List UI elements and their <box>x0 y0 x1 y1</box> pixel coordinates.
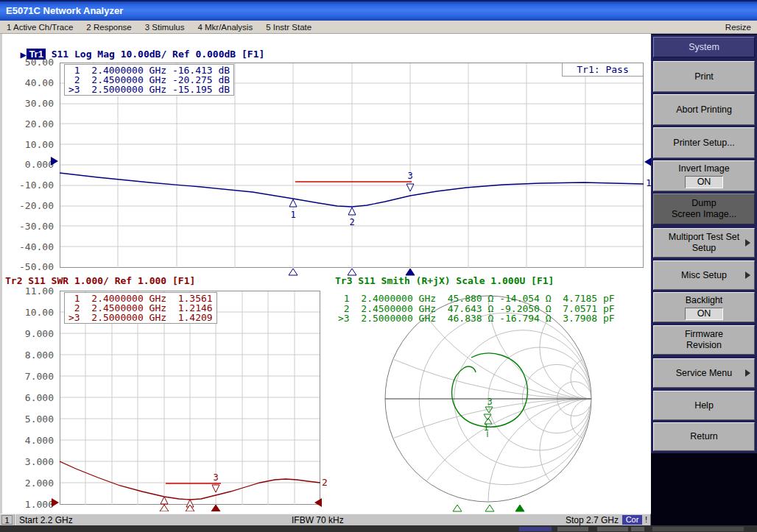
statusbar-separator <box>14 514 15 526</box>
tr1-y-tick: -10.00 <box>4 175 54 196</box>
tr2-y-tick: 4.000 <box>4 430 54 451</box>
menu-item-active-ch-trace[interactable]: 1 Active Ch/Trace <box>0 23 80 32</box>
strip-segment <box>597 527 628 531</box>
softkey-backlight[interactable]: Backlight ON <box>653 292 755 322</box>
statusbar-correction-badge: Cor <box>622 515 642 525</box>
softkey-misc-setup[interactable]: Misc Setup <box>653 260 755 290</box>
tr2-y-tick: 5.000 <box>4 408 54 430</box>
tr2-y-tick: 11.00 <box>4 280 54 302</box>
window-titlebar: E5071C Network Analyzer <box>0 0 757 21</box>
tr2-y-tick: 9.000 <box>4 323 54 344</box>
tr1-limit-status: Tr1: Pass <box>562 63 643 77</box>
statusbar-stop-frequency: Stop 2.7 GHz <box>566 515 619 525</box>
tr2-y-tick: 3.000 <box>4 451 54 472</box>
menubar: 1 Active Ch/Trace 2 Response 3 Stimulus … <box>0 21 757 34</box>
softkey-print[interactable]: Print <box>653 61 755 92</box>
tr2-y-tick: 6.000 <box>4 387 54 408</box>
tr3-marker-table: 1 2.4000000 GHz 45.880 Ω -14.054 Ω 4.718… <box>338 294 615 324</box>
softkey-invert-image[interactable]: Invert Image ON <box>653 160 755 191</box>
tr1-ref-level-marker-icon <box>51 157 58 166</box>
menu-item-resize[interactable]: Resize <box>725 23 751 32</box>
tr1-y-tick: 30.00 <box>4 93 54 114</box>
tr3-marker-row: >3 2.5000000 GHz 46.838 Ω -16.794 Ω 3.79… <box>338 313 615 324</box>
softkey-service-menu[interactable]: Service Menu <box>653 358 755 388</box>
tr3-marker-row: 2 2.4500000 GHz 47.643 Ω -9.2050 Ω 7.057… <box>338 304 615 314</box>
tr3-smith-chart: 3 1 <box>374 294 607 514</box>
softkey-firmware-revision[interactable]: Firmware Revision <box>653 325 755 355</box>
tr1-y-tick: 10.00 <box>4 134 54 155</box>
tr2-y-tick: 10.00 <box>4 302 54 323</box>
tr1-header-label: S11 Log Mag 10.00dB/ Ref 0.000dB [F1] <box>52 49 265 60</box>
tr2-y-axis-labels: 11.0010.009.0008.0007.0006.0005.0004.000… <box>4 280 54 515</box>
tr2-y-tick: 1.000 <box>4 494 54 515</box>
tr1-marker-table: 1 2.4000000 GHz -16.413 dB 2 2.4500000 G… <box>64 64 234 96</box>
tr1-y-tick: 20.00 <box>4 113 54 134</box>
softkey-dump-screen-image[interactable]: Dump Screen Image... <box>653 194 755 224</box>
strip-segment <box>557 527 588 531</box>
instrument-status-strip <box>0 525 757 532</box>
submenu-arrow-icon <box>745 239 750 247</box>
strip-segment <box>519 527 552 531</box>
tr2-marker3-label: 3 <box>213 472 218 483</box>
softkey-misc-setup-label: Misc Setup <box>681 270 727 281</box>
softkey-service-menu-label: Service Menu <box>676 368 732 379</box>
submenu-arrow-icon <box>745 272 750 279</box>
menu-item-instr-state[interactable]: 5 Instr State <box>259 23 318 32</box>
tr1-y-tick: 50.00 <box>4 52 54 73</box>
tr2-trace-number: 2 <box>322 477 328 488</box>
tr2-y-tick: 2.000 <box>4 472 54 494</box>
tr3-header[interactable]: Tr3 S11 Smith (R+jX) Scale 1.000U [F1] <box>335 275 554 286</box>
window-title: E5071C Network Analyzer <box>6 5 123 16</box>
tr1-y-tick: -40.00 <box>4 236 54 257</box>
tr1-y-axis-labels: 50.0040.0030.0020.0010.000.000-10.00-20.… <box>4 52 54 277</box>
tr2-ref-level-marker-right-icon <box>314 498 322 507</box>
statusbar: 1 Start 2.2 GHz IFBW 70 kHz Stop 2.7 GHz… <box>0 514 651 525</box>
softkey-system[interactable]: System <box>653 37 755 57</box>
tr2-plot: 3 <box>60 291 320 511</box>
statusbar-channel: 1 <box>1 515 13 525</box>
menu-item-mkr-analysis[interactable]: 4 Mkr/Analysis <box>191 23 259 32</box>
strip-segment <box>652 527 744 531</box>
tr1-y-tick: 40.00 <box>4 73 54 93</box>
tr1-marker3-label: 3 <box>407 171 412 181</box>
softkey-return[interactable]: Return <box>653 422 755 451</box>
softkey-multiport-label: Multiport Test Set Setup <box>669 232 739 254</box>
tr2-marker-row: >3 2.5000000 GHz 1.4209 <box>68 313 213 322</box>
tr2-stimulus-markers <box>160 505 220 511</box>
tr1-marker1-label: 1 <box>290 210 295 220</box>
tr3-stimulus-markers <box>453 505 524 511</box>
tr3-marker-row: 1 2.4000000 GHz 45.880 Ω -14.054 Ω 4.718… <box>338 294 615 304</box>
tr1-marker-row: >3 2.5000000 GHz -15.195 dB <box>68 85 230 94</box>
tr3-marker1-label: 1 <box>483 422 488 433</box>
tr3-marker3-label: 3 <box>487 397 492 407</box>
softkey-printer-setup[interactable]: Printer Setup... <box>653 127 755 158</box>
menu-item-response[interactable]: 2 Response <box>80 23 138 32</box>
statusbar-ifbw: IFBW 70 kHz <box>292 515 344 525</box>
menu-item-stimulus[interactable]: 3 Stimulus <box>138 23 191 32</box>
softkey-multiport-test-set-setup[interactable]: Multiport Test Set Setup <box>653 228 755 258</box>
softkey-invert-image-label: Invert Image <box>678 163 729 174</box>
tr2-y-tick: 7.000 <box>4 366 54 387</box>
tr1-y-tick: -20.00 <box>4 196 54 216</box>
tr1-stimulus-markers <box>289 269 415 275</box>
softkey-abort-printing[interactable]: Abort Printing <box>653 94 755 125</box>
tr2-ref-level-marker-icon <box>52 498 59 507</box>
display-area: ▶Tr1 S11 Log Mag 10.00dB/ Ref 0.000dB [F… <box>0 34 651 514</box>
softkey-backlight-label: Backlight <box>686 295 723 306</box>
softkey-backlight-state: ON <box>685 308 724 320</box>
softkey-invert-image-state: ON <box>685 176 724 188</box>
softkey-sidebar: System Print Abort Printing Printer Setu… <box>651 34 757 532</box>
softkey-help[interactable]: Help <box>653 391 755 420</box>
submenu-arrow-icon <box>745 369 750 377</box>
tr1-y-tick: -50.00 <box>4 257 54 277</box>
statusbar-warning-icon: ! <box>645 515 647 524</box>
tr2-marker-table: 1 2.4000000 GHz 1.3561 2 2.4500000 GHz 1… <box>64 292 217 324</box>
strip-segment <box>631 527 644 531</box>
tr1-y-tick: -30.00 <box>4 216 54 236</box>
instrument-screen: E5071C Network Analyzer 1 Active Ch/Trac… <box>0 0 757 532</box>
statusbar-start-frequency: Start 2.2 GHz <box>19 515 73 525</box>
tr1-marker2-label: 2 <box>349 217 354 227</box>
tr1-y-tick: 0.000 <box>4 155 54 175</box>
tr2-y-tick: 8.000 <box>4 344 54 366</box>
